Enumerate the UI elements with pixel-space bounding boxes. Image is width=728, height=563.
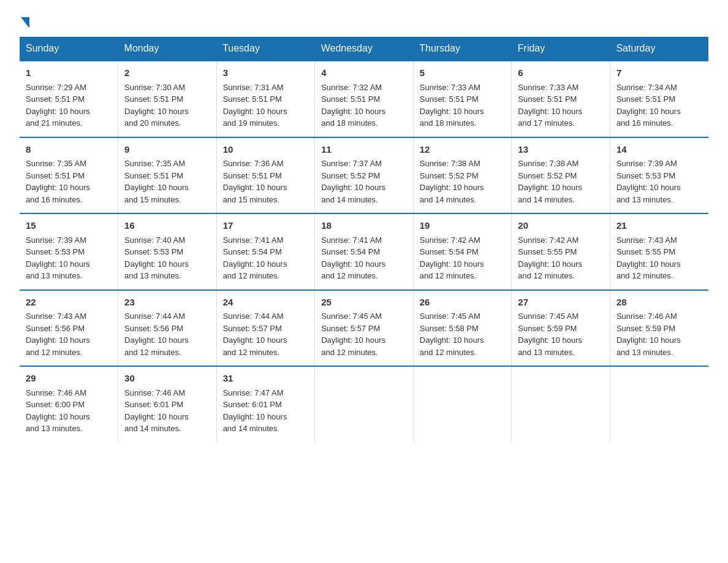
day-info: Sunrise: 7:47 AM Sunset: 6:01 PM Dayligh… [223, 388, 287, 434]
day-info: Sunrise: 7:42 AM Sunset: 5:54 PM Dayligh… [420, 236, 484, 281]
calendar-cell: 3Sunrise: 7:31 AM Sunset: 5:51 PM Daylig… [216, 61, 315, 137]
day-number: 21 [616, 219, 702, 233]
calendar-cell: 6Sunrise: 7:33 AM Sunset: 5:51 PM Daylig… [512, 61, 610, 137]
day-number: 13 [518, 143, 604, 157]
calendar-cell: 5Sunrise: 7:33 AM Sunset: 5:51 PM Daylig… [413, 61, 512, 137]
calendar-cell: 28Sunrise: 7:46 AM Sunset: 5:59 PM Dayli… [610, 290, 708, 367]
day-info: Sunrise: 7:42 AM Sunset: 5:55 PM Dayligh… [518, 236, 582, 281]
day-info: Sunrise: 7:45 AM Sunset: 5:59 PM Dayligh… [518, 312, 582, 357]
day-info: Sunrise: 7:31 AM Sunset: 5:51 PM Dayligh… [223, 83, 287, 128]
calendar-cell: 10Sunrise: 7:36 AM Sunset: 5:51 PM Dayli… [216, 137, 315, 214]
header-monday: Monday [118, 37, 217, 61]
day-number: 11 [321, 143, 407, 157]
calendar-header-row: SundayMondayTuesdayWednesdayThursdayFrid… [20, 37, 708, 61]
day-info: Sunrise: 7:30 AM Sunset: 5:51 PM Dayligh… [124, 83, 189, 128]
day-info: Sunrise: 7:46 AM Sunset: 6:00 PM Dayligh… [26, 388, 90, 434]
day-number: 28 [616, 296, 702, 310]
day-info: Sunrise: 7:39 AM Sunset: 5:53 PM Dayligh… [616, 159, 681, 204]
day-number: 27 [518, 296, 604, 310]
day-info: Sunrise: 7:32 AM Sunset: 5:51 PM Dayligh… [321, 83, 385, 128]
day-number: 10 [223, 143, 309, 157]
day-info: Sunrise: 7:46 AM Sunset: 6:01 PM Dayligh… [124, 388, 189, 434]
day-info: Sunrise: 7:29 AM Sunset: 5:51 PM Dayligh… [26, 83, 90, 128]
day-info: Sunrise: 7:43 AM Sunset: 5:56 PM Dayligh… [26, 312, 90, 357]
day-number: 5 [420, 66, 506, 80]
calendar-week-3: 15Sunrise: 7:39 AM Sunset: 5:53 PM Dayli… [20, 213, 708, 290]
day-number: 24 [223, 296, 309, 310]
calendar-cell: 20Sunrise: 7:42 AM Sunset: 5:55 PM Dayli… [512, 213, 610, 290]
day-number: 23 [124, 296, 210, 310]
calendar-cell: 9Sunrise: 7:35 AM Sunset: 5:51 PM Daylig… [118, 137, 217, 214]
calendar-cell: 4Sunrise: 7:32 AM Sunset: 5:51 PM Daylig… [315, 61, 414, 137]
calendar-cell: 1Sunrise: 7:29 AM Sunset: 5:51 PM Daylig… [20, 61, 118, 137]
day-info: Sunrise: 7:37 AM Sunset: 5:52 PM Dayligh… [321, 159, 385, 204]
day-info: Sunrise: 7:41 AM Sunset: 5:54 PM Dayligh… [223, 236, 287, 281]
day-number: 14 [616, 143, 702, 157]
day-number: 25 [321, 296, 407, 310]
day-info: Sunrise: 7:40 AM Sunset: 5:53 PM Dayligh… [124, 236, 189, 281]
calendar-cell: 15Sunrise: 7:39 AM Sunset: 5:53 PM Dayli… [20, 213, 118, 290]
day-number: 7 [616, 66, 702, 80]
day-number: 17 [223, 219, 309, 233]
day-info: Sunrise: 7:35 AM Sunset: 5:51 PM Dayligh… [124, 159, 189, 204]
day-info: Sunrise: 7:33 AM Sunset: 5:51 PM Dayligh… [420, 83, 484, 128]
day-number: 22 [26, 296, 112, 310]
calendar-cell: 21Sunrise: 7:43 AM Sunset: 5:55 PM Dayli… [610, 213, 708, 290]
day-number: 12 [420, 143, 506, 157]
logo [20, 15, 29, 25]
header-tuesday: Tuesday [216, 37, 315, 61]
calendar-week-5: 29Sunrise: 7:46 AM Sunset: 6:00 PM Dayli… [20, 366, 708, 442]
calendar-cell: 7Sunrise: 7:34 AM Sunset: 5:51 PM Daylig… [610, 61, 708, 137]
day-number: 19 [420, 219, 506, 233]
day-number: 1 [26, 66, 112, 80]
calendar-cell [413, 366, 512, 442]
calendar-cell [512, 366, 610, 442]
day-number: 9 [124, 143, 210, 157]
calendar-cell: 19Sunrise: 7:42 AM Sunset: 5:54 PM Dayli… [413, 213, 512, 290]
day-info: Sunrise: 7:46 AM Sunset: 5:59 PM Dayligh… [616, 312, 681, 357]
header-thursday: Thursday [413, 37, 512, 61]
day-info: Sunrise: 7:34 AM Sunset: 5:51 PM Dayligh… [616, 83, 681, 128]
day-number: 20 [518, 219, 604, 233]
page-header [20, 15, 708, 25]
day-info: Sunrise: 7:36 AM Sunset: 5:51 PM Dayligh… [223, 159, 287, 204]
logo-arrow-icon [21, 17, 29, 28]
calendar-cell: 25Sunrise: 7:45 AM Sunset: 5:57 PM Dayli… [315, 290, 414, 367]
day-number: 30 [124, 372, 210, 386]
day-number: 16 [124, 219, 210, 233]
day-info: Sunrise: 7:39 AM Sunset: 5:53 PM Dayligh… [26, 236, 90, 281]
calendar-cell: 16Sunrise: 7:40 AM Sunset: 5:53 PM Dayli… [118, 213, 217, 290]
day-info: Sunrise: 7:45 AM Sunset: 5:57 PM Dayligh… [321, 312, 385, 357]
calendar-cell: 22Sunrise: 7:43 AM Sunset: 5:56 PM Dayli… [20, 290, 118, 367]
header-wednesday: Wednesday [315, 37, 414, 61]
calendar-cell: 17Sunrise: 7:41 AM Sunset: 5:54 PM Dayli… [216, 213, 315, 290]
header-sunday: Sunday [20, 37, 118, 61]
calendar-cell: 11Sunrise: 7:37 AM Sunset: 5:52 PM Dayli… [315, 137, 414, 214]
day-info: Sunrise: 7:44 AM Sunset: 5:57 PM Dayligh… [223, 312, 287, 357]
day-info: Sunrise: 7:33 AM Sunset: 5:51 PM Dayligh… [518, 83, 582, 128]
day-number: 31 [223, 372, 309, 386]
calendar-week-4: 22Sunrise: 7:43 AM Sunset: 5:56 PM Dayli… [20, 290, 708, 367]
calendar-week-2: 8Sunrise: 7:35 AM Sunset: 5:51 PM Daylig… [20, 137, 708, 214]
calendar-cell: 8Sunrise: 7:35 AM Sunset: 5:51 PM Daylig… [20, 137, 118, 214]
day-info: Sunrise: 7:45 AM Sunset: 5:58 PM Dayligh… [420, 312, 484, 357]
day-number: 3 [223, 66, 309, 80]
calendar-cell: 30Sunrise: 7:46 AM Sunset: 6:01 PM Dayli… [118, 366, 217, 442]
day-number: 26 [420, 296, 506, 310]
header-friday: Friday [512, 37, 610, 61]
calendar-cell: 12Sunrise: 7:38 AM Sunset: 5:52 PM Dayli… [413, 137, 512, 214]
day-number: 15 [26, 219, 112, 233]
day-number: 29 [26, 372, 112, 386]
calendar-cell: 24Sunrise: 7:44 AM Sunset: 5:57 PM Dayli… [216, 290, 315, 367]
header-saturday: Saturday [610, 37, 708, 61]
calendar-cell: 27Sunrise: 7:45 AM Sunset: 5:59 PM Dayli… [512, 290, 610, 367]
calendar-cell [610, 366, 708, 442]
calendar-cell [315, 366, 414, 442]
calendar-table: SundayMondayTuesdayWednesdayThursdayFrid… [20, 37, 708, 442]
calendar-cell: 14Sunrise: 7:39 AM Sunset: 5:53 PM Dayli… [610, 137, 708, 214]
day-number: 4 [321, 66, 407, 80]
day-info: Sunrise: 7:44 AM Sunset: 5:56 PM Dayligh… [124, 312, 189, 357]
calendar-cell: 13Sunrise: 7:38 AM Sunset: 5:52 PM Dayli… [512, 137, 610, 214]
calendar-cell: 31Sunrise: 7:47 AM Sunset: 6:01 PM Dayli… [216, 366, 315, 442]
calendar-cell: 2Sunrise: 7:30 AM Sunset: 5:51 PM Daylig… [118, 61, 217, 137]
